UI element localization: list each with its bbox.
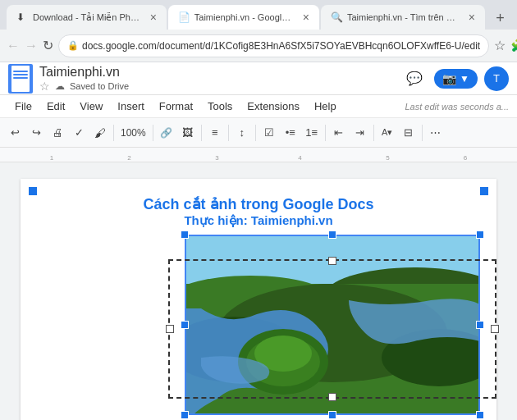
image-wrapper[interactable] bbox=[185, 235, 480, 415]
selection-handle-bm[interactable] bbox=[328, 411, 336, 419]
tab-bar: ⬇ Download - Tải Miễn Phí VN ... × 📄 Tai… bbox=[0, 0, 517, 30]
tab-download[interactable]: ⬇ Download - Tải Miễn Phí VN ... × bbox=[7, 5, 167, 30]
menu-view[interactable]: View bbox=[73, 98, 109, 114]
selection-handle-br[interactable] bbox=[476, 411, 484, 419]
corner-handle-tr[interactable] bbox=[480, 187, 488, 195]
tab-download-close[interactable]: × bbox=[150, 11, 157, 24]
ruler-mark-2: 2 bbox=[127, 154, 130, 162]
tab-search-title: Taimienphi.vn - Tìm trên Googl... bbox=[347, 12, 460, 22]
menu-file[interactable]: File bbox=[8, 98, 39, 114]
redo-button[interactable]: ↪ bbox=[26, 122, 46, 144]
url-text: docs.google.com/document/d/1KCofig8E3HnA… bbox=[82, 40, 480, 52]
menu-help[interactable]: Help bbox=[308, 98, 343, 114]
menu-format[interactable]: Format bbox=[153, 98, 199, 114]
toolbar: ↩ ↪ 🖨 ✓ 🖌 100% 🔗 🖼 ≡ ↕ ☑ •≡ 1≡ ⇤ ⇥ A▾ ⊟ … bbox=[0, 118, 517, 148]
document-title[interactable]: Taimienphi.vn bbox=[39, 64, 129, 80]
meet-button[interactable]: 📷 ▼ bbox=[434, 69, 478, 89]
crop-handle-left[interactable] bbox=[166, 325, 174, 333]
document-heading: Cách cắt ảnh trong Google Docs Thực hiện… bbox=[37, 195, 480, 228]
toolbar-sep1 bbox=[113, 125, 114, 141]
reload-button[interactable]: ↻ bbox=[43, 34, 53, 57]
selection-handle-tm[interactable] bbox=[328, 231, 336, 239]
tab-docs-favicon: 📄 bbox=[178, 11, 190, 23]
new-tab-button[interactable]: + bbox=[490, 7, 510, 30]
bullet-list-button[interactable]: •≡ bbox=[281, 122, 300, 144]
drive-icon: ☁ bbox=[55, 80, 65, 92]
tab-search-close[interactable]: × bbox=[469, 11, 475, 24]
spellcheck-button[interactable]: ✓ bbox=[69, 122, 89, 144]
menu-extensions[interactable]: Extensions bbox=[240, 98, 306, 114]
address-bar-row: ← → ↻ 🔒 docs.google.com/document/d/1KCof… bbox=[0, 30, 517, 62]
menu-insert[interactable]: Insert bbox=[111, 98, 151, 114]
camera-icon: 📷 bbox=[442, 72, 456, 85]
checklist-button[interactable]: ☑ bbox=[259, 122, 279, 144]
linespacing-button[interactable]: ↕ bbox=[232, 122, 252, 144]
app-header: Taimienphi.vn ☆ ☁ Saved to Drive 💬 📷 ▼ T bbox=[0, 62, 517, 95]
star-button[interactable]: ☆ bbox=[39, 80, 50, 93]
ruler-mark-6: 6 bbox=[464, 154, 467, 162]
decrease-indent-button[interactable]: ⇤ bbox=[329, 122, 349, 144]
saved-status: Saved to Drive bbox=[70, 81, 129, 91]
selection-handle-bl[interactable] bbox=[181, 411, 189, 419]
ruler-mark-4: 4 bbox=[298, 154, 301, 162]
align-button[interactable]: ≡ bbox=[205, 122, 225, 144]
increase-indent-button[interactable]: ⇥ bbox=[350, 122, 370, 144]
selection-handle-tr[interactable] bbox=[476, 231, 484, 239]
toolbar-sep8 bbox=[422, 125, 423, 141]
selection-handle-mr[interactable] bbox=[476, 321, 484, 329]
crop-handle-right[interactable] bbox=[491, 325, 499, 333]
last-edit-text: Last edit was seconds a... bbox=[405, 102, 509, 112]
number-list-button[interactable]: 1≡ bbox=[302, 122, 322, 144]
toolbar-sep4 bbox=[228, 125, 229, 141]
toolbar-sep3 bbox=[201, 125, 202, 141]
tab-search[interactable]: 🔍 Taimienphi.vn - Tìm trên Googl... × bbox=[321, 5, 485, 30]
bookmark-button[interactable]: ☆ bbox=[494, 34, 506, 57]
user-avatar[interactable]: T bbox=[484, 66, 509, 91]
header-icons: 💬 📷 ▼ T bbox=[401, 66, 509, 92]
back-button[interactable]: ← bbox=[7, 34, 20, 57]
heading-1: Cách cắt ảnh trong Google Docs bbox=[37, 195, 480, 213]
selection-handle-ml[interactable] bbox=[181, 321, 189, 329]
forward-button[interactable]: → bbox=[25, 34, 38, 57]
toolbar-sep7 bbox=[373, 125, 374, 141]
menu-edit[interactable]: Edit bbox=[40, 98, 71, 114]
heading-2: Thực hiện: Taimienphi.vn bbox=[37, 213, 480, 228]
tab-docs-close[interactable]: × bbox=[303, 11, 309, 24]
document-image[interactable] bbox=[185, 235, 480, 415]
comments-button[interactable]: 💬 bbox=[401, 66, 428, 92]
column-button[interactable]: ⊟ bbox=[399, 122, 419, 144]
print-button[interactable]: 🖨 bbox=[48, 122, 67, 144]
undo-button[interactable]: ↩ bbox=[5, 122, 25, 144]
toolbar-sep6 bbox=[325, 125, 326, 141]
tab-download-favicon: ⬇ bbox=[16, 11, 28, 23]
ruler: 1 2 3 4 5 6 bbox=[0, 148, 517, 162]
tab-docs[interactable]: 📄 Taimienphi.vn - Google Docs × bbox=[168, 5, 319, 30]
browser-frame: ⬇ Download - Tải Miễn Phí VN ... × 📄 Tai… bbox=[0, 0, 517, 420]
highlight-button[interactable]: A▾ bbox=[377, 122, 397, 144]
document-page: Cách cắt ảnh trong Google Docs Thực hiện… bbox=[21, 179, 496, 420]
corner-handle-tl[interactable] bbox=[29, 187, 37, 195]
insert-image-button[interactable]: 🖼 bbox=[178, 122, 198, 144]
paintformat-button[interactable]: 🖌 bbox=[90, 122, 110, 144]
document-title-area: Taimienphi.vn ☆ ☁ Saved to Drive bbox=[39, 64, 129, 93]
google-docs-icon bbox=[8, 64, 33, 94]
selection-handle-tl[interactable] bbox=[181, 231, 189, 239]
tab-download-title: Download - Tải Miễn Phí VN ... bbox=[33, 12, 142, 23]
zoom-control[interactable]: 100% bbox=[117, 122, 149, 144]
toolbar-sep2 bbox=[153, 125, 153, 141]
doc-subtitle: ☆ ☁ Saved to Drive bbox=[39, 80, 129, 93]
tab-docs-title: Taimienphi.vn - Google Docs bbox=[194, 12, 295, 22]
link-button[interactable]: 🔗 bbox=[157, 122, 176, 144]
address-bar[interactable]: 🔒 docs.google.com/document/d/1KCofig8E3H… bbox=[58, 34, 489, 57]
document-area: Cách cắt ảnh trong Google Docs Thực hiện… bbox=[0, 162, 517, 420]
menu-bar: File Edit View Insert Format Tools Exten… bbox=[0, 95, 517, 118]
more-tools-button[interactable]: ⋯ bbox=[426, 122, 446, 144]
ruler-mark-3: 3 bbox=[215, 154, 218, 162]
ruler-inner: 1 2 3 4 5 6 bbox=[0, 148, 517, 162]
toolbar-sep5 bbox=[255, 125, 256, 141]
lock-icon: 🔒 bbox=[67, 40, 79, 51]
tab-search-favicon: 🔍 bbox=[331, 11, 342, 23]
extensions-button[interactable]: 🧩 bbox=[510, 34, 517, 57]
menu-tools[interactable]: Tools bbox=[201, 98, 239, 114]
document-content: Cách cắt ảnh trong Google Docs Thực hiện… bbox=[37, 195, 480, 415]
